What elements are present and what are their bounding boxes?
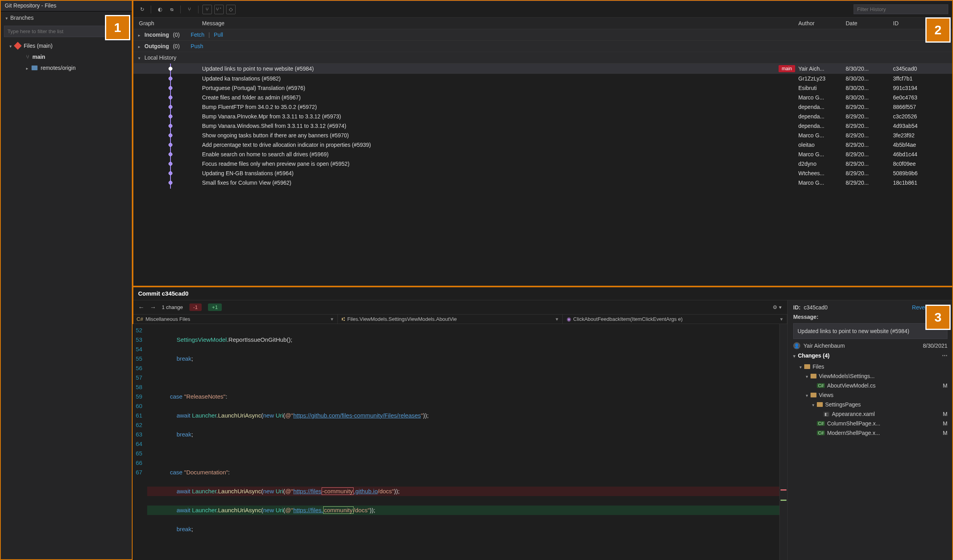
incoming-section[interactable]: Incoming (0) Fetch | Pull <box>133 29 953 41</box>
commit-row[interactable]: Portuguese (Portugal) Translation (#5976… <box>133 83 953 93</box>
commit-row[interactable]: Enable search on home to search all driv… <box>133 150 953 159</box>
commit-row[interactable]: Updating EN-GB translations (#5964)Wtche… <box>133 169 953 178</box>
local-branch-main[interactable]: ⑂ main <box>8 51 129 62</box>
changes-count-label: 1 change <box>162 304 183 310</box>
commit-row[interactable]: Bump FluentFTP from 34.0.2 to 35.0.2 (#5… <box>133 102 953 112</box>
commit-row[interactable]: Create files and folder as admin (#5967)… <box>133 93 953 102</box>
local-history-label: Local History <box>144 54 176 61</box>
branch-graph-icon[interactable]: ⑂ <box>185 5 194 14</box>
id-label: ID: <box>793 304 801 311</box>
gear-icon[interactable]: ⚙ ▾ <box>773 304 782 310</box>
col-author[interactable]: Author <box>798 20 846 26</box>
changes-header[interactable]: Changes (4) <box>798 352 829 359</box>
commit-row[interactable]: Bump Vanara.Windows.Shell from 3.3.11 to… <box>133 121 953 131</box>
push-link[interactable]: Push <box>191 43 203 49</box>
folder-icon <box>32 66 37 70</box>
outgoing-label: Outgoing <box>144 43 169 49</box>
commit-date: 8/30/2021 <box>923 343 947 349</box>
history-toolbar: ↻ ◐ ᴓ ⑂ ⑂ ⑂⁺ ◇ <box>133 1 953 18</box>
expand-icon <box>138 43 140 49</box>
col-date[interactable]: Date <box>846 20 893 26</box>
branch-filter-input[interactable] <box>4 26 120 37</box>
filter-icon[interactable]: ◐ <box>155 5 165 14</box>
message-label: Message: <box>793 314 818 320</box>
commit-detail-title: Commit c345cad0 <box>133 287 953 300</box>
repo-label: Files (main) <box>24 43 52 49</box>
back-button[interactable]: ← <box>138 304 144 311</box>
commit-row[interactable]: Add percentage text to drive allocation … <box>133 140 953 150</box>
expand-icon <box>26 65 28 71</box>
fetch-link[interactable]: Fetch <box>191 32 204 38</box>
additions-badge: +1 <box>208 303 222 311</box>
commit-list: Updated links to point to new website (#… <box>133 64 953 287</box>
expand-icon <box>9 43 12 49</box>
tree-folder[interactable]: Views <box>793 390 947 400</box>
branch-tag: main <box>779 65 795 72</box>
incoming-count: (0) <box>173 32 180 38</box>
avatar: 👤 <box>793 342 800 349</box>
graph-view-icon[interactable]: ⑂ <box>202 5 212 14</box>
breadcrumb-member[interactable]: ◉ ClickAboutFeedbackItem(ItemClickEventA… <box>563 315 788 324</box>
commit-row[interactable]: Small fixes for Column View (#5962)Marco… <box>133 178 953 187</box>
branch-name: main <box>32 54 45 60</box>
commit-row[interactable]: Updated ka translations (#5982)Gr1ZzLy23… <box>133 74 953 83</box>
commit-id: c345cad0 <box>804 304 828 311</box>
expand-icon <box>6 15 8 21</box>
line-gutter: 52535455565758596061626364656667 <box>133 324 147 560</box>
breadcrumb-namespace[interactable]: ⑆ Files.ViewModels.SettingsViewModels.Ab… <box>338 315 563 324</box>
diff-editor-pane: ← → 1 change -1 +1 ⚙ ▾ C# Miscellaneous … <box>133 300 787 560</box>
tree-folder[interactable]: Files <box>793 362 947 371</box>
more-icon[interactable]: ⋯ <box>942 352 947 359</box>
commit-message-box: Updated links to point to new website (#… <box>793 323 947 339</box>
git-repository-pane: Git Repository - Files Branches Files (m… <box>0 0 133 560</box>
local-history-section[interactable]: Local History <box>133 52 953 64</box>
branches-label: Branches <box>10 15 34 21</box>
col-message[interactable]: Message <box>202 20 798 26</box>
commit-info-pane: ID: c345cad0 Revert Rese Message: Edit U… <box>787 300 953 560</box>
callout-1: 1 <box>105 15 130 40</box>
remotes-label: remotes/origin <box>41 65 76 71</box>
breadcrumb-project[interactable]: C# Miscellaneous Files▾ <box>133 315 338 324</box>
tree-file[interactable]: C#AboutViewModel.csM <box>793 381 947 390</box>
commit-row[interactable]: Bump Vanara.PInvoke.Mpr from 3.3.11 to 3… <box>133 112 953 121</box>
editor-breadcrumb: C# Miscellaneous Files▾ ⑆ Files.ViewMode… <box>133 315 787 324</box>
tree-folder[interactable]: ViewModels\Settings... <box>793 371 947 381</box>
history-pane: ↻ ◐ ᴓ ⑂ ⑂ ⑂⁺ ◇ Graph Message Author Date… <box>133 0 953 287</box>
repo-icon <box>14 42 22 50</box>
deletions-badge: -1 <box>189 303 202 311</box>
incoming-label: Incoming <box>144 32 169 38</box>
commit-detail-pane: Commit c345cad0 ← → 1 change -1 +1 ⚙ ▾ <box>133 287 953 560</box>
tag-icon[interactable]: ◇ <box>226 5 236 14</box>
outgoing-count: (0) <box>173 43 180 49</box>
tree-folder[interactable]: SettingsPages <box>793 400 947 409</box>
tree-file[interactable]: C#ModernShellPage.x...M <box>793 428 947 438</box>
callout-2: 2 <box>925 17 951 43</box>
forward-button[interactable]: → <box>150 304 156 311</box>
expand-icon[interactable] <box>793 352 796 359</box>
refresh-icon[interactable]: ↻ <box>137 5 147 14</box>
history-filter-input[interactable] <box>854 4 948 14</box>
graph-mode-icon[interactable]: ⑂⁺ <box>214 5 224 14</box>
outgoing-section[interactable]: Outgoing (0) Push <box>133 41 953 52</box>
col-graph[interactable]: Graph <box>139 20 202 26</box>
minimap[interactable] <box>779 324 787 560</box>
code-area[interactable]: SettingsViewModel.ReportIssueOnGitHub();… <box>147 324 779 560</box>
remotes-node[interactable]: remotes/origin <box>8 62 129 73</box>
repo-node[interactable]: Files (main) <box>8 40 129 51</box>
pull-link[interactable]: Pull <box>214 32 223 38</box>
tree-file[interactable]: ◧Appearance.xamlM <box>793 409 947 419</box>
commit-author: Yair Aichenbaum <box>803 343 845 349</box>
commit-row[interactable]: Updated links to point to new website (#… <box>133 64 953 74</box>
tree-file[interactable]: C#ColumnShellPage.x...M <box>793 419 947 428</box>
expand-icon <box>138 32 140 38</box>
expand-icon <box>138 54 140 61</box>
pane-title: Git Repository - Files <box>0 0 132 11</box>
commit-row[interactable]: Show ongoing tasks button if there are a… <box>133 131 953 140</box>
changes-tree: Files ViewModels\Settings... C#AboutView… <box>793 362 947 438</box>
branch-icon: ⑂ <box>26 54 29 60</box>
person-filter-icon[interactable]: ᴓ <box>167 5 176 14</box>
commit-row[interactable]: Focus readme files only when preview pan… <box>133 159 953 169</box>
history-columns: Graph Message Author Date ID <box>133 18 953 29</box>
callout-3: 3 <box>925 305 951 330</box>
